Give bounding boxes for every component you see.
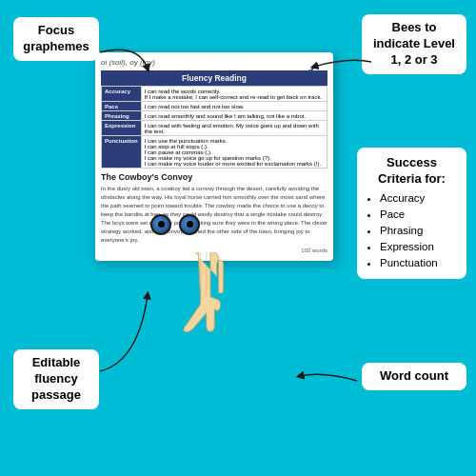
success-criteria-list: Accuracy Pace Phrasing Expression Punctu… bbox=[367, 191, 457, 270]
table-row: Expression I can read with feeling and e… bbox=[102, 121, 327, 136]
table-row: Punctuation I can use the punctuation ma… bbox=[102, 136, 327, 169]
table-row: Phrasing I can read smoothly and sound l… bbox=[102, 111, 327, 121]
criteria-phrasing: Phrasing bbox=[380, 224, 457, 238]
category-phrasing: Phrasing bbox=[102, 111, 142, 121]
checkmark-icon: ✓ bbox=[307, 62, 318, 77]
phoneme-label: oi (soil), oy (toy) bbox=[101, 58, 327, 67]
table-row: Accuracy I can read the words correctly.… bbox=[102, 87, 327, 102]
category-punctuation: Punctuation bbox=[102, 136, 142, 169]
criteria-pace: Pace bbox=[380, 208, 457, 222]
eye-right bbox=[179, 214, 200, 235]
expression-text: I can read with feeling and emotion. My … bbox=[141, 121, 327, 136]
background: oi (soil), oy (toy) Fluency Reading Accu… bbox=[0, 0, 476, 476]
hand-pointer-icon bbox=[176, 252, 228, 333]
punctuation-text: I can use the punctuation marks.I can st… bbox=[141, 136, 327, 169]
category-pace: Pace bbox=[102, 102, 142, 111]
criteria-accuracy: Accuracy bbox=[380, 191, 457, 206]
passage-title: The Cowboy's Convoy bbox=[101, 172, 327, 182]
category-accuracy: Accuracy bbox=[102, 87, 142, 102]
pace-text: I can read not too fast and not too slow… bbox=[141, 102, 327, 111]
focus-graphemes-label: Focus graphemes bbox=[13, 17, 99, 61]
word-count-label: Word count bbox=[362, 363, 466, 390]
eye-left bbox=[150, 214, 171, 235]
bees-label: Bees to indicate Level 1, 2 or 3 bbox=[362, 14, 466, 74]
category-expression: Expression bbox=[102, 121, 142, 136]
success-criteria-title: SuccessCriteria for: bbox=[367, 155, 457, 188]
criteria-expression: Expression bbox=[380, 240, 457, 254]
fluency-table-title: Fluency Reading bbox=[101, 70, 327, 86]
criteria-punctuation: Punctuation bbox=[380, 256, 457, 270]
table-row: Pace I can read not too fast and not too… bbox=[102, 102, 327, 111]
accuracy-text: I can read the words correctly.If I make… bbox=[141, 87, 327, 102]
eyes-overlay bbox=[150, 214, 217, 257]
editable-fluency-label: Editable fluency passage bbox=[13, 349, 99, 409]
fluency-table: Accuracy I can read the words correctly.… bbox=[101, 86, 327, 169]
success-criteria-label: SuccessCriteria for: Accuracy Pace Phras… bbox=[357, 148, 466, 279]
phrasing-text: I can read smoothly and sound like I am … bbox=[141, 111, 327, 121]
